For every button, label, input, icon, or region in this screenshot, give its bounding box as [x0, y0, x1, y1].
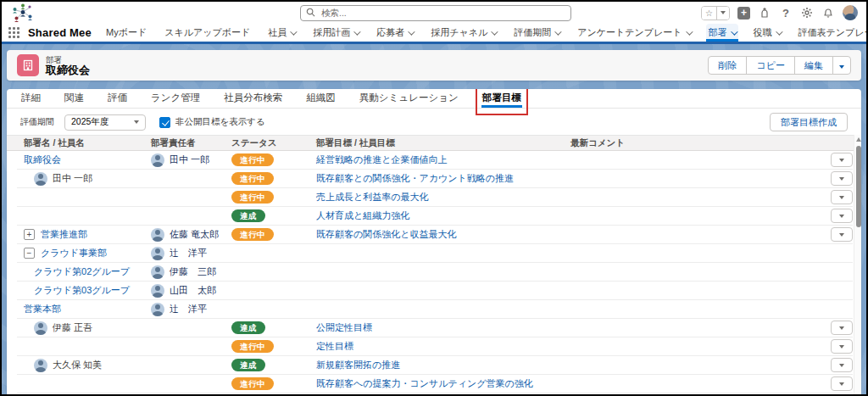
nav-tab[interactable]: Myボード [103, 24, 149, 42]
setup-gear-icon[interactable] [800, 6, 814, 20]
search-input[interactable] [300, 5, 571, 21]
owner-cell: 辻 洋平 [144, 300, 225, 318]
period-select[interactable]: 2025年度 [64, 114, 146, 131]
goal-link[interactable]: 既存顧客との関係強化・アカウント戦略の推進 [316, 172, 514, 185]
owner-name: 伊藤 三郎 [170, 265, 216, 278]
row-menu-button[interactable] [831, 358, 853, 372]
record-tab[interactable]: 異動シミュレーション [359, 89, 459, 108]
row-menu-button[interactable] [831, 321, 853, 335]
goal-link[interactable]: 経営戦略の推進と企業価値向上 [316, 153, 448, 166]
name-cell: 取締役会 [17, 151, 144, 169]
nav-tab[interactable]: 部署 [706, 24, 738, 42]
avatar [34, 359, 47, 372]
nav-tab-label: Myボード [106, 26, 147, 39]
department-link[interactable]: 取締役会 [24, 153, 61, 166]
record-tab[interactable]: 組織図 [305, 89, 337, 108]
goal-link[interactable]: 売上成長と利益率の最大化 [316, 191, 429, 204]
comment-cell [564, 337, 814, 355]
comment-cell [564, 300, 814, 318]
status-badge: 達成 [231, 209, 265, 222]
record-tab[interactable]: 評価 [107, 89, 128, 108]
department-link[interactable]: クラウド事業部 [41, 247, 107, 259]
avatar [151, 153, 164, 167]
chevron-down-icon [839, 326, 844, 330]
nav-tab[interactable]: 社員 [265, 24, 298, 42]
period-label: 評価期間 [20, 116, 54, 128]
guidance-center-icon[interactable] [758, 6, 771, 20]
table-row: − クラウド事業部 辻 洋平 [17, 244, 853, 263]
nav-tab[interactable]: 役職 [751, 24, 783, 42]
row-actions-cell [814, 170, 853, 187]
record-tab[interactable]: ランク管理 [150, 89, 201, 108]
nav-tab[interactable]: 応募者 [374, 24, 415, 42]
app-name[interactable]: Shared Mee [28, 26, 92, 39]
record-tab[interactable]: 部署目標 [481, 89, 522, 108]
goal-link[interactable]: 定性目標 [316, 340, 353, 353]
chevron-down-icon [290, 28, 297, 35]
copy-button[interactable]: コピー [746, 56, 795, 75]
chevron-down-icon [839, 233, 844, 237]
row-menu-button[interactable] [831, 339, 853, 354]
nav-tab[interactable]: アンケートテンプレート [575, 24, 693, 42]
row-actions-cell [814, 393, 853, 394]
table-row: クラウド第02グループ 伊藤 三郎 [17, 263, 853, 282]
show-private-checkbox[interactable] [159, 117, 170, 128]
app-launcher-icon[interactable] [8, 27, 19, 38]
quick-create-plus-icon[interactable]: + [737, 7, 750, 20]
row-menu-button[interactable] [831, 227, 853, 242]
record-tab[interactable]: 社員分布検索 [223, 89, 283, 108]
user-avatar[interactable] [843, 5, 858, 20]
comment-cell [564, 170, 814, 187]
edit-button[interactable]: 編集 [794, 56, 833, 75]
table-row: 達成 [17, 393, 853, 394]
expand-toggle-icon[interactable]: + [24, 229, 35, 240]
record-actions: 削除 コピー 編集 [708, 56, 851, 75]
table-scrollbar[interactable] [854, 135, 861, 394]
notifications-bell-icon[interactable] [821, 6, 835, 20]
row-menu-button[interactable] [831, 376, 853, 391]
chevron-down-icon [839, 196, 844, 199]
department-link[interactable]: 営業本部 [24, 303, 61, 315]
row-menu-button[interactable] [831, 171, 853, 186]
member-name: 伊藤 正吾 [53, 321, 92, 334]
status-badge: 進行中 [231, 172, 274, 185]
nav-tab-label: 部署 [709, 26, 727, 39]
expand-toggle-icon[interactable]: − [24, 248, 35, 259]
goal-link[interactable]: 既存顧客の関係強化と収益最大化 [316, 228, 457, 241]
row-actions-cell [814, 207, 853, 225]
nav-tab[interactable]: 評価期間 [511, 24, 562, 42]
row-actions-cell [814, 337, 853, 355]
goal-link[interactable]: 公開定性目標 [316, 321, 372, 334]
department-link[interactable]: 営業推進部 [41, 228, 87, 241]
nav-tab-label: アンケートテンプレート [577, 26, 682, 39]
department-link[interactable]: クラウド第03グループ [34, 284, 130, 297]
favorites-dropdown-icon[interactable] [716, 7, 729, 20]
nav-tab[interactable]: スキルアップボード [162, 24, 253, 42]
create-goal-button[interactable]: 部署目標作成 [770, 113, 848, 131]
help-icon[interactable]: ? [779, 6, 793, 20]
scrollbar-up-arrow[interactable] [856, 137, 861, 142]
record-tab[interactable]: 関連 [64, 89, 85, 108]
nav-tab[interactable]: 評価表テンプレート [796, 24, 866, 42]
goal-link[interactable]: 既存顧客への提案力・コンサルティング営業の強化 [316, 377, 533, 390]
department-link[interactable]: クラウド第02グループ [34, 265, 130, 278]
owner-cell [144, 393, 225, 394]
row-menu-button[interactable] [831, 190, 853, 204]
delete-button[interactable]: 削除 [708, 56, 747, 75]
record-tab[interactable]: 詳細 [20, 89, 42, 108]
goal-link[interactable]: 人材育成と組織力強化 [316, 209, 409, 222]
company-logo [10, 3, 36, 23]
table-header: 部署名 / 社員名 部署責任者 ステータス 部署目標 / 社員目標 最新コメント [7, 135, 861, 151]
nav-tab[interactable]: 採用計画 [310, 24, 361, 42]
goal-cell: 既存顧客の関係強化と収益最大化 [309, 226, 564, 243]
comment-cell [564, 282, 814, 299]
status-badge: 進行中 [231, 153, 274, 166]
goal-link[interactable]: 新規顧客開拓の推進 [316, 359, 400, 371]
nav-tab[interactable]: 採用チャネル [428, 24, 498, 42]
status-cell [225, 300, 309, 318]
row-menu-button[interactable] [831, 209, 853, 223]
favorites-star-icon[interactable]: ☆ [702, 7, 716, 20]
row-menu-button[interactable] [831, 153, 853, 167]
more-actions-button[interactable] [832, 56, 851, 75]
scrollbar-thumb[interactable] [856, 146, 861, 227]
